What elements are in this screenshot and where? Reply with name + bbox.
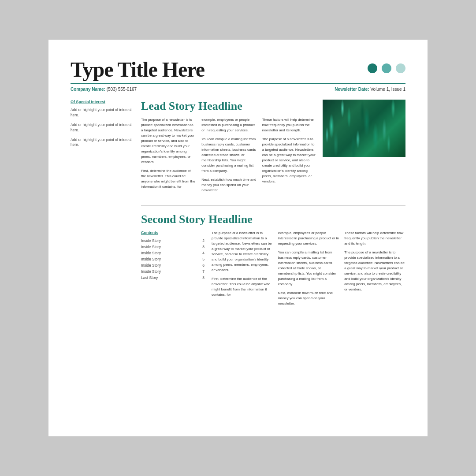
lead-story-col-2: example, employees or people interested …	[201, 117, 257, 197]
lead-story-col-1: The purpose of a newsletter is to provid…	[141, 117, 196, 197]
special-interest-title: Of Special Interest	[71, 100, 134, 104]
lead-story-para-2: First, determine the audience of the new…	[141, 168, 196, 190]
page-header: Type Title Here	[71, 57, 405, 82]
lead-story-section: Lead Story Headline The purpose of a new…	[141, 100, 405, 197]
company-label: Company Name:	[71, 87, 105, 92]
second-story-col-1: The purpose of a newsletter is to provid…	[212, 231, 273, 310]
section-divider	[141, 205, 405, 206]
dot-1-icon	[368, 63, 377, 73]
lead-story-image	[317, 100, 405, 197]
lead-story-col-3: These factors will help determine how fr…	[262, 117, 317, 197]
second-story-columns: The purpose of a newsletter is to provid…	[212, 231, 405, 310]
lead-story-para-1: The purpose of a newsletter is to provid…	[141, 117, 196, 165]
second-story-cols: The purpose of a newsletter is to provid…	[212, 231, 405, 310]
contents-item-3-page: 4	[202, 251, 205, 255]
second-story-col-3: These factors will help determine how fr…	[344, 231, 405, 310]
contents-item-4-label: Inside Story	[141, 257, 161, 261]
newsletter-value: Volume 1, Issue 1	[371, 87, 406, 92]
lead-story-para-7: The purpose of a newsletter is to provid…	[262, 137, 317, 184]
contents-item-2-label: Inside Story	[141, 245, 161, 249]
decorative-dots	[368, 57, 405, 73]
newsletter-info: Newsletter Date: Volume 1, Issue 1	[335, 87, 405, 92]
contents-item-4-page: 5	[202, 257, 205, 261]
fern-photo	[323, 100, 405, 157]
company-info: Company Name: (503) 555-0167	[71, 87, 137, 92]
company-value: (503) 555-0167	[107, 87, 137, 92]
page-title: Type Title Here	[71, 57, 205, 82]
special-interest-item-1: Add or highlight your point of interest …	[71, 108, 134, 118]
special-interest-item-2: Add or highlight your point of interest …	[71, 123, 134, 133]
newsletter-label: Newsletter Date:	[335, 87, 369, 92]
second-story-para-4: You can compile a mailing list from busi…	[278, 250, 339, 287]
lead-story-columns: The purpose of a newsletter is to provid…	[141, 117, 317, 197]
contents-row-4: Inside Story 5	[141, 256, 205, 262]
newsletter-page: Type Title Here Company Name: (503) 555-…	[48, 40, 428, 436]
lead-story-headline: Lead Story Headline	[141, 100, 317, 113]
second-story-para-2: First, determine the audience of the new…	[212, 276, 273, 298]
lead-story-para-6: These factors will help determine how fr…	[262, 117, 317, 133]
contents-item-1-label: Inside Story	[141, 238, 161, 243]
second-story-para-7: The purpose of a newsletter is to provid…	[344, 250, 405, 292]
header-divider	[71, 83, 405, 84]
contents-item-2-page: 3	[202, 245, 205, 249]
contents-item-3-label: Inside Story	[141, 251, 161, 255]
contents-row-6: Inside Story 7	[141, 268, 205, 275]
contents-item-6-label: Inside Story	[141, 269, 161, 274]
lead-story-para-5: Next, establish how much time and money …	[201, 177, 257, 193]
lead-story-para-3: example, employees or people interested …	[201, 117, 257, 133]
contents-item-7-label: Last Story	[141, 275, 158, 280]
main-content: Lead Story Headline The purpose of a new…	[141, 100, 405, 310]
subheader: Company Name: (503) 555-0167 Newsletter …	[71, 87, 405, 92]
dot-2-icon	[382, 63, 391, 73]
lead-story-text: Lead Story Headline The purpose of a new…	[141, 100, 317, 197]
left-sidebar: Of Special Interest Add or highlight you…	[71, 100, 141, 310]
contents-row-5: Inside Story 6	[141, 262, 205, 268]
contents-title: Contents	[141, 231, 205, 235]
contents-sidebar: Contents Inside Story 2 Inside Story 3 I…	[141, 231, 212, 310]
contents-row-1: Inside Story 2	[141, 238, 205, 244]
special-interest-item-3: Add or highlight your point of interest …	[71, 138, 134, 148]
second-story-col-2: example, employees or people interested …	[278, 231, 339, 310]
contents-item-7-page: 8	[202, 275, 205, 280]
contents-item-1-page: 2	[202, 238, 205, 243]
dot-3-icon	[396, 63, 405, 73]
second-story-para-1: The purpose of a newsletter is to provid…	[212, 231, 273, 273]
contents-row-2: Inside Story 3	[141, 244, 205, 250]
second-story-para-6: These factors will help determine how fr…	[344, 231, 405, 246]
lead-story-para-4: You can compile a mailing list from busi…	[201, 137, 257, 174]
contents-item-5-page: 6	[202, 263, 205, 268]
second-story-para-5: Next, establish how much time and money …	[278, 290, 339, 306]
bottom-layout: Contents Inside Story 2 Inside Story 3 I…	[141, 231, 405, 310]
contents-row-7: Last Story 8	[141, 275, 205, 281]
second-story-headline: Second Story Headline	[141, 213, 405, 226]
second-story-para-3: example, employees or people interested …	[278, 231, 339, 246]
contents-table: Inside Story 2 Inside Story 3 Inside Sto…	[141, 238, 205, 281]
body-layout: Of Special Interest Add or highlight you…	[71, 100, 405, 310]
contents-item-5-label: Inside Story	[141, 263, 161, 268]
contents-item-6-page: 7	[202, 269, 205, 274]
contents-row-3: Inside Story 4	[141, 250, 205, 256]
